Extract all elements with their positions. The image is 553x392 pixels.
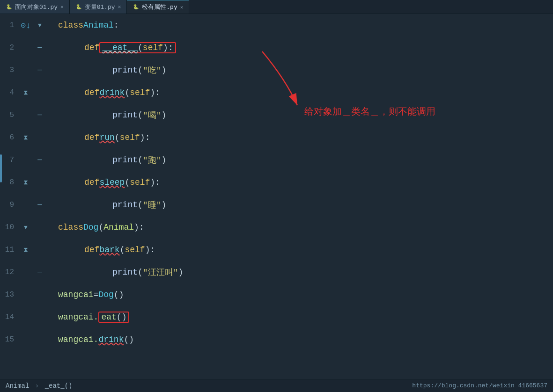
line-number-7: 7 xyxy=(0,156,19,164)
line-row-13: 13 xyxy=(0,283,56,306)
breadcrumb: Animal › _eat_() xyxy=(6,382,72,390)
line-number-15: 15 xyxy=(0,335,19,344)
line-row-7: 7 — xyxy=(0,149,56,171)
colon-4: : xyxy=(155,88,160,97)
tab-songyou[interactable]: 🐍 松有属性.py ✕ xyxy=(127,0,189,14)
code-line-6: def run ( self ) : xyxy=(56,126,553,149)
target-icon-1: ⊙↓ xyxy=(21,20,31,30)
keyword-class-10: class xyxy=(58,223,83,232)
line-number-1: 1 xyxy=(0,21,19,29)
paren-open-2: ( xyxy=(138,43,143,52)
line-number-4: 4 xyxy=(0,88,19,97)
fn-name-drink: drink xyxy=(99,88,125,97)
paren-close-8: ) xyxy=(150,178,155,187)
line-number-5: 5 xyxy=(0,111,19,119)
code-line-10: class Dog ( Animal ) : xyxy=(56,216,553,239)
code-line-1: class Animal : xyxy=(56,14,553,36)
tab-close-2[interactable]: ✕ xyxy=(118,4,121,10)
paren-open-10: ( xyxy=(98,223,103,232)
paren-eat-call: () xyxy=(117,312,127,322)
paren-close-10: ) xyxy=(134,223,139,232)
str-he: "喝" xyxy=(143,109,162,121)
keyword-def-6: def xyxy=(84,133,99,142)
line-number-13: 13 xyxy=(0,290,19,299)
code-line-9: print ( "睡" ) xyxy=(56,194,553,216)
fold-triangle-1[interactable]: ▼ xyxy=(38,22,42,29)
paren-close-12: ) xyxy=(178,268,183,277)
code-line-2: def __eat__ ( self ) : xyxy=(56,36,553,59)
breadcrumb-method: _eat_() xyxy=(45,382,73,390)
line-number-3: 3 xyxy=(0,66,19,74)
fold-area-1[interactable]: ⊙↓ xyxy=(19,20,33,30)
fold-triangle-10[interactable]: ▼ xyxy=(24,224,28,231)
hourglass-6: ⧗ xyxy=(23,134,28,141)
tab-close-3[interactable]: ✕ xyxy=(180,4,184,10)
paren-open-5: ( xyxy=(138,110,143,120)
dash-7: — xyxy=(37,156,42,164)
line-number-10: 10 xyxy=(0,223,19,232)
var-wangcai-14: wangcai. xyxy=(58,312,98,322)
paren-open-13: () xyxy=(114,290,124,299)
tab-bianliang[interactable]: 🐍 变量01.py ✕ xyxy=(70,0,127,14)
code-content: class Animal : def __eat__ ( self ) : pr… xyxy=(56,14,553,379)
dash-5: — xyxy=(37,111,42,119)
code-line-12: print ( "汪汪叫" ) xyxy=(56,261,553,283)
code-line-11: def bark ( self ) : xyxy=(56,239,553,261)
tab-bar: 🐍 面向对象01.py ✕ 🐍 变量01.py ✕ 🐍 松有属性.py ✕ xyxy=(0,0,553,14)
param-self-11: self xyxy=(125,245,145,254)
paren-close-6: ) xyxy=(140,133,145,142)
keyword-def-8: def xyxy=(84,178,99,187)
line-number-9: 9 xyxy=(0,201,19,209)
tab-icon-2: 🐍 xyxy=(75,4,82,10)
classname-dog: Dog xyxy=(83,223,98,232)
hourglass-4: ⧗ xyxy=(23,89,28,96)
str-wangwang: "汪汪叫" xyxy=(143,267,178,278)
tab-label-3: 松有属性.py xyxy=(142,3,177,11)
colon-2: : xyxy=(168,43,173,52)
keyword-def-2: def xyxy=(84,43,99,52)
code-line-5: print ( "喝" ) xyxy=(56,104,553,126)
tab-close-1[interactable]: ✕ xyxy=(60,4,64,10)
paren-open-8: ( xyxy=(125,178,130,187)
paren-close-5: ) xyxy=(161,110,166,120)
line-row-3: 3 — xyxy=(0,59,56,81)
tab-mianxiang[interactable]: 🐍 面向对象01.py ✕ xyxy=(0,0,70,14)
code-line-4: def drink ( self ) : xyxy=(56,81,553,104)
fn-drink-call: drink xyxy=(98,335,124,344)
code-line-14: wangcai. eat () xyxy=(56,306,553,328)
line-row-2: 2 — xyxy=(0,36,56,59)
param-self-6: self xyxy=(120,133,140,142)
colon-10: : xyxy=(139,223,144,232)
line-row-4: 4 ⧗ xyxy=(0,81,56,104)
param-self-2: self xyxy=(143,43,163,52)
paren-close-3: ) xyxy=(161,65,166,75)
breadcrumb-sep: › xyxy=(35,382,43,390)
tab-label-2: 变量01.py xyxy=(85,3,115,11)
paren-open-6: ( xyxy=(115,133,120,142)
str-shui: "睡" xyxy=(143,199,162,211)
dash-2: — xyxy=(37,44,42,52)
line-number-2: 2 xyxy=(0,44,19,52)
dash-3: — xyxy=(37,66,42,74)
line-number-11: 11 xyxy=(0,246,19,254)
colon-1: : xyxy=(114,21,119,30)
paren-close-7: ) xyxy=(161,155,166,165)
scroll-indicator[interactable] xyxy=(0,154,2,182)
var-wangcai-13: wangcai xyxy=(58,290,94,299)
line-number-6: 6 xyxy=(0,133,19,142)
line-number-8: 8 xyxy=(0,178,19,187)
param-self-4: self xyxy=(130,88,150,97)
fn-print-12: print xyxy=(112,268,138,277)
breadcrumb-class: Animal xyxy=(6,382,29,390)
highlight-box-eat-def: __eat__ ( self ) : xyxy=(99,42,176,53)
code-line-15: wangcai. drink () xyxy=(56,328,553,351)
fn-name-run: run xyxy=(99,133,114,142)
code-line-8: def sleep ( self ) : xyxy=(56,171,553,194)
paren-open-11: ( xyxy=(120,245,125,254)
code-line-7: print ( "跑" ) xyxy=(56,149,553,171)
fold-area-10[interactable]: ▼ xyxy=(19,224,33,231)
fold-area-11: ⧗ xyxy=(19,246,33,254)
highlight-box-eat-call: eat () xyxy=(98,312,129,323)
fn-print-5: print xyxy=(112,110,138,120)
line-row-14: 14 xyxy=(0,306,56,328)
